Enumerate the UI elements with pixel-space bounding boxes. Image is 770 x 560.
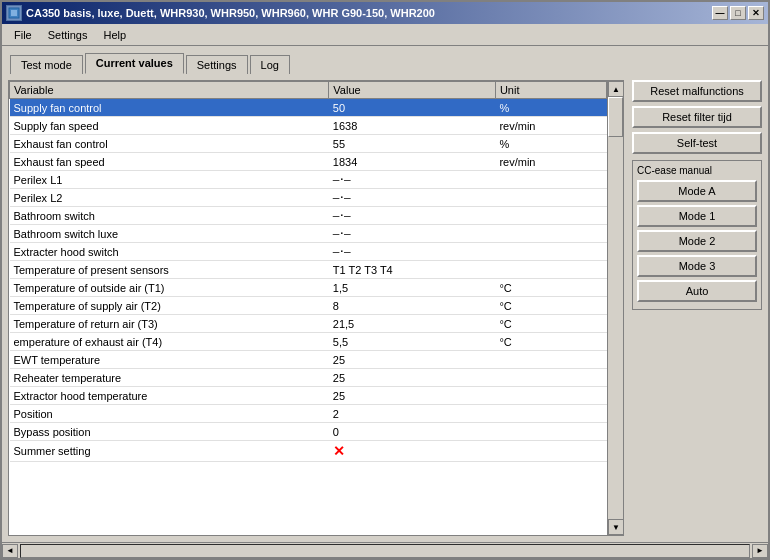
cell-unit: rev/min xyxy=(495,153,606,171)
tabbar: Test mode Current values Settings Log xyxy=(2,46,768,74)
cell-variable: Temperature of supply air (T2) xyxy=(10,297,329,315)
scroll-track[interactable] xyxy=(608,97,623,519)
table-row[interactable]: Temperature of supply air (T2)8°C xyxy=(10,297,607,315)
window-controls: — □ ✕ xyxy=(712,6,764,20)
table-row[interactable]: Supply fan speed1638rev/min xyxy=(10,117,607,135)
cell-unit xyxy=(495,225,606,243)
cell-value: T1 T2 T3 T4 xyxy=(329,261,496,279)
scroll-thumb[interactable] xyxy=(608,97,623,137)
menu-help[interactable]: Help xyxy=(95,27,134,43)
col-header-value: Value xyxy=(329,82,496,99)
table-row[interactable]: Reheater temperature25 xyxy=(10,369,607,387)
mode-3-button[interactable]: Mode 3 xyxy=(637,255,757,277)
cell-value: 8 xyxy=(329,297,496,315)
cell-unit: °C xyxy=(495,297,606,315)
scroll-left-arrow[interactable]: ◄ xyxy=(2,544,18,558)
mode-2-button[interactable]: Mode 2 xyxy=(637,230,757,252)
cell-variable: Extractor hood temperature xyxy=(10,387,329,405)
reset-malfunctions-button[interactable]: Reset malfunctions xyxy=(632,80,762,102)
mode-1-button[interactable]: Mode 1 xyxy=(637,205,757,227)
cell-unit: % xyxy=(495,99,606,117)
cell-value: —·— xyxy=(329,243,496,261)
window-title: CA350 basis, luxe, Duett, WHR930, WHR950… xyxy=(26,7,435,19)
table-row[interactable]: Temperature of outside air (T1)1,5°C xyxy=(10,279,607,297)
close-button[interactable]: ✕ xyxy=(748,6,764,20)
cell-unit xyxy=(495,423,606,441)
cell-variable: Reheater temperature xyxy=(10,369,329,387)
menu-settings[interactable]: Settings xyxy=(40,27,96,43)
table-row[interactable]: Bypass position0 xyxy=(10,423,607,441)
table-row[interactable]: Extracter hood switch—·— xyxy=(10,243,607,261)
table-row[interactable]: Perilex L1—·— xyxy=(10,171,607,189)
tab-log[interactable]: Log xyxy=(250,55,290,74)
cell-variable: Exhaust fan control xyxy=(10,135,329,153)
table-row[interactable]: Summer setting✕ xyxy=(10,441,607,462)
cell-variable: Position xyxy=(10,405,329,423)
table-row[interactable]: Position2 xyxy=(10,405,607,423)
cell-unit xyxy=(495,207,606,225)
table-scroll[interactable]: Variable Value Unit Supply fan control50… xyxy=(9,81,607,535)
cell-unit: °C xyxy=(495,279,606,297)
table-row[interactable]: emperature of exhaust air (T4)5,5°C xyxy=(10,333,607,351)
tab-test-mode[interactable]: Test mode xyxy=(10,55,83,74)
cell-value: 5,5 xyxy=(329,333,496,351)
cell-value: 25 xyxy=(329,369,496,387)
table-row[interactable]: Extractor hood temperature25 xyxy=(10,387,607,405)
cell-variable: EWT temperature xyxy=(10,351,329,369)
h-scroll-track[interactable] xyxy=(20,544,750,558)
scroll-down-arrow[interactable]: ▼ xyxy=(608,519,623,535)
table-row[interactable]: Temperature of present sensorsT1 T2 T3 T… xyxy=(10,261,607,279)
cell-value: 25 xyxy=(329,351,496,369)
table-row[interactable]: Exhaust fan speed1834rev/min xyxy=(10,153,607,171)
cc-ease-group: CC-ease manual Mode A Mode 1 Mode 2 Mode… xyxy=(632,160,762,310)
menu-file[interactable]: File xyxy=(6,27,40,43)
minimize-button[interactable]: — xyxy=(712,6,728,20)
cell-variable: Temperature of present sensors xyxy=(10,261,329,279)
col-header-variable: Variable xyxy=(10,82,329,99)
cc-ease-title: CC-ease manual xyxy=(637,165,757,176)
cell-unit: °C xyxy=(495,333,606,351)
tab-settings[interactable]: Settings xyxy=(186,55,248,74)
cell-value: 50 xyxy=(329,99,496,117)
cell-unit xyxy=(495,189,606,207)
cell-value: —·— xyxy=(329,225,496,243)
app-icon xyxy=(6,5,22,21)
auto-button[interactable]: Auto xyxy=(637,280,757,302)
cell-variable: Supply fan speed xyxy=(10,117,329,135)
maximize-button[interactable]: □ xyxy=(730,6,746,20)
cell-variable: Bypass position xyxy=(10,423,329,441)
table-row[interactable]: Temperature of return air (T3)21,5°C xyxy=(10,315,607,333)
table-row[interactable]: Exhaust fan control55% xyxy=(10,135,607,153)
cell-unit: rev/min xyxy=(495,117,606,135)
tab-current-values[interactable]: Current values xyxy=(85,53,184,74)
svg-rect-1 xyxy=(11,10,17,16)
table-row[interactable]: Supply fan control50% xyxy=(10,99,607,117)
horizontal-scrollbar[interactable]: ◄ ► xyxy=(2,542,768,558)
data-table: Variable Value Unit Supply fan control50… xyxy=(9,81,607,462)
scroll-up-arrow[interactable]: ▲ xyxy=(608,81,623,97)
cell-value: 0 xyxy=(329,423,496,441)
cell-unit: % xyxy=(495,135,606,153)
mode-a-button[interactable]: Mode A xyxy=(637,180,757,202)
table-row[interactable]: Bathroom switch luxe—·— xyxy=(10,225,607,243)
cell-value: 2 xyxy=(329,405,496,423)
cell-unit xyxy=(495,171,606,189)
reset-filter-tijd-button[interactable]: Reset filter tijd xyxy=(632,106,762,128)
cell-unit xyxy=(495,387,606,405)
scroll-right-arrow[interactable]: ► xyxy=(752,544,768,558)
cell-value: —·— xyxy=(329,171,496,189)
cell-value: ✕ xyxy=(329,441,496,462)
table-row[interactable]: Perilex L2—·— xyxy=(10,189,607,207)
cell-unit xyxy=(495,351,606,369)
cell-unit xyxy=(495,243,606,261)
table-row[interactable]: EWT temperature25 xyxy=(10,351,607,369)
cell-unit: °C xyxy=(495,315,606,333)
cell-variable: Exhaust fan speed xyxy=(10,153,329,171)
vertical-scrollbar[interactable]: ▲ ▼ xyxy=(607,81,623,535)
self-test-button[interactable]: Self-test xyxy=(632,132,762,154)
col-header-unit: Unit xyxy=(495,82,606,99)
main-content: Variable Value Unit Supply fan control50… xyxy=(2,74,768,542)
cell-variable: Perilex L2 xyxy=(10,189,329,207)
table-row[interactable]: Bathroom switch—·— xyxy=(10,207,607,225)
cell-variable: Extracter hood switch xyxy=(10,243,329,261)
